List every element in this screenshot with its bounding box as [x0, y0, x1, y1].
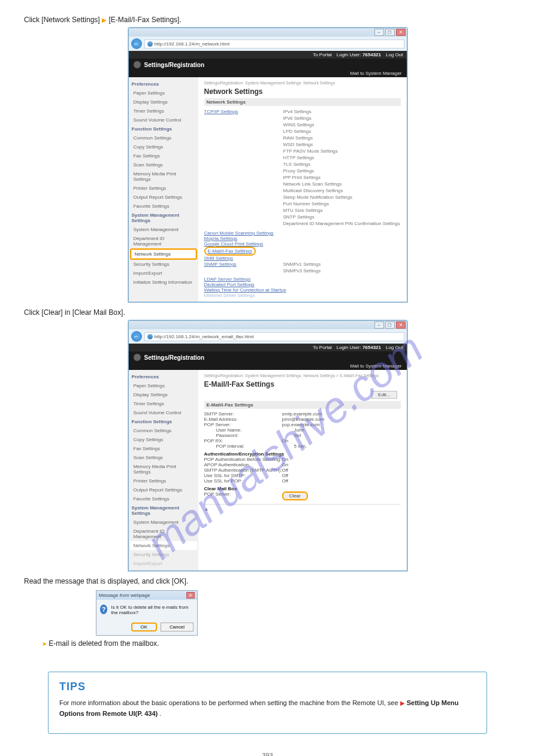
sidebar-item[interactable]: Initialize Setting Information [130, 278, 197, 287]
list-item[interactable]: SNMPv3 Settings [283, 268, 321, 274]
logout-link[interactable]: Log Out [386, 345, 403, 350]
minimize-icon[interactable]: – [374, 321, 384, 329]
snmp-link[interactable]: SNMP Settings [204, 261, 275, 268]
to-portal-link[interactable]: To Portal [313, 52, 332, 57]
sidebar-item[interactable]: Favorite Settings [130, 202, 197, 211]
list-item[interactable]: WINS Settings [283, 122, 400, 128]
close-icon[interactable]: ✕ [396, 321, 406, 329]
step-2: Click [Network Settings] ▶ [E-Mail/I-Fax… [24, 16, 511, 24]
app-header: Settings/Registration [129, 351, 407, 363]
clear-button[interactable]: Clear [282, 491, 308, 500]
sidebar-item[interactable]: Display Settings [130, 390, 197, 399]
list-item[interactable]: IPP Print Settings [283, 174, 400, 181]
sidebar-item[interactable]: Printer Settings [130, 184, 197, 193]
minimize-icon[interactable]: – [374, 29, 384, 36]
maximize-icon[interactable]: ▢ [385, 321, 395, 329]
sidebar-item[interactable]: Department ID Management [130, 527, 197, 541]
sidebar-item[interactable]: Common Settings [130, 133, 197, 142]
close-icon[interactable]: ✕ [186, 592, 195, 599]
link-item[interactable]: Waiting Time for Connection at Startup [204, 287, 401, 293]
back-icon[interactable]: ← [131, 38, 142, 49]
list-item[interactable]: LPD Settings [283, 128, 400, 135]
sidebar-item[interactable]: Scan Settings [130, 453, 197, 462]
sidebar-item[interactable]: Timer Settings [130, 399, 197, 408]
sidebar-item[interactable]: Department ID Management [130, 234, 197, 248]
browser-addressbar: ← http://192.168.1.24/m_network_email_if… [129, 329, 407, 344]
cancel-button[interactable]: Cancel [161, 623, 194, 631]
link-item[interactable]: Dedicated Port Settings [204, 282, 401, 287]
link-item[interactable]: SMB Settings [204, 256, 401, 261]
link-item[interactable]: Mopria Settings [204, 236, 401, 241]
section-band: Network Settings [204, 98, 401, 106]
tcpip-link[interactable]: TCP/IP Settings [204, 108, 275, 115]
email-ifax-link[interactable]: E-Mail/I-Fax Settings [204, 247, 256, 256]
list-item[interactable]: Port Number Settings [283, 201, 400, 207]
sidebar-item[interactable]: Sound Volume Control [130, 116, 197, 125]
ok-button[interactable]: OK [131, 623, 158, 631]
list-item[interactable]: IPv6 Settings [283, 115, 400, 122]
link-item[interactable]: LDAP Server Settings [204, 277, 401, 282]
list-item[interactable]: SNMPv1 Settings [283, 261, 321, 268]
sidebar-item-network-settings[interactable]: Network Settings [130, 248, 197, 260]
sidebar-item[interactable]: Fax Settings [130, 444, 197, 453]
sidebar-item[interactable]: System Management [130, 518, 197, 527]
sidebar-item[interactable]: Paper Settings [130, 89, 197, 98]
list-item[interactable]: Department ID Management PIN Confirmatio… [283, 220, 400, 227]
list-item[interactable]: Proxy Settings [283, 168, 400, 174]
list-item[interactable]: WSD Settings [283, 141, 400, 148]
back-icon[interactable]: ← [131, 331, 142, 342]
list-item[interactable]: Network Link Scan Settings [283, 181, 400, 187]
sidebar-item[interactable]: Fax Settings [130, 151, 197, 160]
sidebar-item[interactable]: Output Report Settings [130, 193, 197, 202]
sidebar-item[interactable]: Memory Media Print Settings [130, 462, 197, 476]
sidebar-item[interactable]: Favorite Settings [130, 494, 197, 503]
sidebar-item[interactable]: Security Settings [130, 550, 197, 559]
mailto-link[interactable]: Mail to System Manager [129, 71, 407, 77]
list-item[interactable]: HTTP Settings [283, 154, 400, 161]
sidebar-item[interactable]: Import/Export [130, 269, 197, 278]
maximize-icon[interactable]: ▢ [385, 29, 395, 36]
list-item[interactable]: Sleep Mode Notification Settings [283, 194, 400, 201]
sidebar-item[interactable]: Timer Settings [130, 107, 197, 116]
list-item[interactable]: IPv4 Settings [283, 108, 400, 115]
sidebar-item[interactable]: Common Settings [130, 426, 197, 435]
globe-icon [147, 334, 153, 339]
sidebar-item-network-settings[interactable]: Network Settings [130, 541, 197, 550]
sidebar-item[interactable]: Paper Settings [130, 381, 197, 390]
sidebar-item[interactable]: Scan Settings [130, 160, 197, 169]
logout-link[interactable]: Log Out [386, 52, 403, 57]
kv-key: POP Server: [204, 491, 282, 500]
list-item[interactable]: FTP PASV Mode Settings [283, 148, 400, 154]
sidebar-item[interactable]: System Management [130, 225, 197, 234]
url-field[interactable]: http://192.168.1.24/m_network_email_ifax… [144, 332, 404, 341]
list-item[interactable]: TLS Settings [283, 161, 400, 168]
list-item[interactable]: Multicast Discovery Settings [283, 187, 400, 194]
list-item[interactable]: SNTP Settings [283, 214, 400, 220]
list-item[interactable]: MTU Size Settings [283, 207, 400, 214]
sidebar-item[interactable]: Output Report Settings [130, 485, 197, 494]
window-titlebar: – ▢ ✕ [129, 28, 407, 37]
list-item[interactable]: RAW Settings [283, 135, 400, 141]
sidebar-item[interactable]: Memory Media Print Settings [130, 169, 197, 184]
top-strip: To Portal Login User: 7654321 Log Out [129, 51, 407, 59]
sidebar-item[interactable]: Copy Settings [130, 435, 197, 444]
step-2-text-b: [E-Mail/I-Fax Settings]. [108, 16, 181, 24]
sidebar: Preferences Paper Settings Display Setti… [129, 370, 198, 570]
sidebar-item[interactable]: Display Settings [130, 98, 197, 107]
close-icon[interactable]: ✕ [396, 29, 406, 36]
content-area: Settings/Registration: System Management… [198, 370, 407, 570]
sidebar-item[interactable]: Security Settings [130, 260, 197, 269]
url-field[interactable]: http://192.168.1.24/m_network.html [144, 40, 404, 48]
sidebar-item[interactable]: Copy Settings [130, 142, 197, 151]
to-portal-link[interactable]: To Portal [313, 345, 332, 350]
link-item[interactable]: Ethernet Driver Settings [204, 293, 401, 298]
mailto-link[interactable]: Mail to System Manager [129, 363, 407, 370]
sidebar-item[interactable]: Printer Settings [130, 476, 197, 485]
sidebar-item[interactable]: Sound Volume Control [130, 408, 197, 417]
link-item[interactable]: Canon Mobile Scanning Settings [204, 230, 401, 236]
triangle-right-icon: ▶ [102, 17, 107, 23]
edit-button[interactable]: Edit... [371, 391, 397, 399]
link-item[interactable]: Google Cloud Print Settings [204, 241, 401, 247]
sidebar-item[interactable]: Import/Export [130, 559, 197, 568]
kv-key: SMTP Authentication (SMTP AUTH): [204, 467, 282, 473]
